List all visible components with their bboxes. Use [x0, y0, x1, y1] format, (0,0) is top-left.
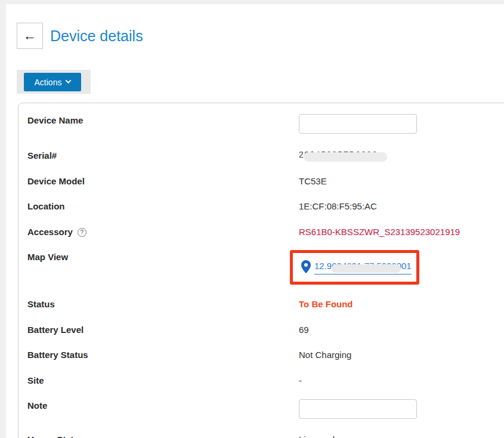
serial-redaction-overlay [304, 152, 387, 162]
accessory-label-text: Accessory [27, 227, 73, 237]
red-highlight-box: 12.9004631,77.5696001 [290, 250, 419, 285]
accessory-value: RS61B0-KBSSZWR_S23139523021919 [299, 227, 460, 237]
battery-status-value: Not Charging [299, 350, 351, 360]
device-name-input[interactable] [299, 114, 417, 134]
question-mark-circle-icon[interactable]: ? [78, 228, 86, 237]
site-value: - [299, 375, 302, 385]
back-button[interactable]: ← [17, 23, 43, 49]
note-label: Note [27, 400, 47, 411]
location-label: Location [27, 201, 65, 211]
device-details-page: ← Device details Actions Device Name Ser… [0, 0, 504, 438]
page-title: Device details [50, 23, 143, 49]
coordinates-redaction-overlay [332, 264, 401, 273]
device-details-card: Device Name Serial# 20045235FB0036 Devic… [18, 103, 504, 438]
map-view-value: 12.9004631,77.5696001 [301, 260, 412, 274]
location-value: 1E:CF:08:F5:95:AC [299, 201, 377, 211]
site-label: Site [27, 375, 44, 385]
status-label: Status [27, 299, 55, 309]
map-view-label: Map View [27, 252, 68, 262]
serial-value-redacted: 20045235FB0036 [299, 149, 378, 161]
battery-level-label: Battery Level [27, 325, 84, 335]
device-model-label: Device Model [27, 176, 85, 186]
serial-label: Serial# [27, 150, 57, 161]
battery-status-label: Battery Status [27, 350, 88, 360]
back-arrow-icon: ← [23, 28, 36, 44]
coordinates-link[interactable]: 12.9004631,77.5696001 [314, 261, 412, 274]
usage-status-value: Licensed [299, 434, 335, 438]
accessory-label: Accessory? [27, 227, 86, 237]
actions-button-label: Actions [35, 78, 62, 87]
battery-level-value: 69 [299, 325, 309, 335]
status-value: To Be Found [299, 299, 353, 309]
usage-status-label: Usage Status [27, 434, 84, 438]
device-name-label: Device Name [27, 115, 83, 125]
note-input[interactable] [299, 399, 417, 419]
device-model-value: TC53E [299, 176, 327, 186]
actions-dropdown-button[interactable]: Actions [24, 73, 81, 91]
map-pin-icon [301, 260, 311, 273]
chevron-down-icon [66, 78, 72, 84]
